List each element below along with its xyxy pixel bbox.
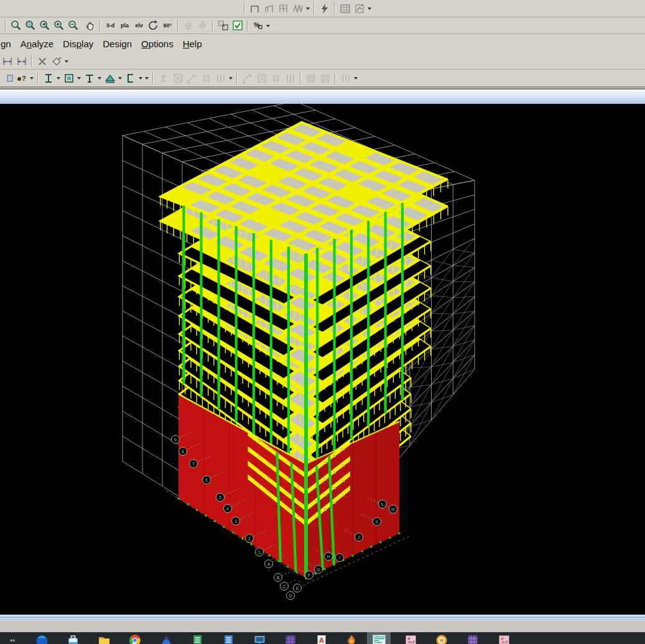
assign-area-icon[interactable] (254, 71, 269, 85)
svg-text:A: A (319, 637, 324, 644)
menu-item-options[interactable]: Options (141, 39, 174, 49)
taskbar-app-file-explorer[interactable] (95, 635, 113, 644)
svg-text:H: H (327, 554, 330, 559)
horizontal-scrollbar[interactable] (0, 614, 645, 620)
svg-text:K: K (376, 520, 379, 524)
status-bar (0, 620, 645, 632)
menu-item-display[interactable]: Display (63, 39, 93, 49)
assign-frame-icon[interactable] (185, 71, 199, 85)
taskbar-app-purple-grid-app2[interactable] (463, 635, 482, 644)
dropdown-arrow-icon[interactable] (366, 2, 373, 15)
dimension-line-icon[interactable] (0, 55, 14, 68)
svg-text:C: C (282, 584, 285, 589)
toolbar-separator (300, 72, 301, 84)
toolbar-separator (100, 20, 101, 32)
dropdown-arrow-icon[interactable] (29, 71, 35, 85)
assign-group-icon[interactable] (338, 71, 353, 85)
taskbar-app-monitor-app[interactable] (250, 635, 269, 644)
toolbar-analysis (0, 0, 645, 17)
frame-section-icon[interactable] (41, 71, 55, 85)
clipped-icon[interactable] (0, 71, 14, 85)
report-icon[interactable] (352, 2, 366, 15)
menu-item-help[interactable]: Help (183, 39, 202, 49)
assign-load-icon[interactable] (213, 71, 228, 85)
taskbar: A (0, 632, 645, 644)
dropdown-arrow-icon[interactable] (305, 2, 311, 15)
taskbar-app-photos-pink-app[interactable] (401, 635, 420, 644)
check-option-icon[interactable] (230, 19, 244, 32)
dropdown-arrow-icon[interactable] (265, 19, 271, 32)
menu-item-assign-fragment[interactable]: gn (1, 39, 11, 49)
dropdown-arrow-icon[interactable] (96, 71, 103, 85)
dropdown-arrow-icon[interactable] (137, 71, 144, 85)
dropdown-arrow-icon[interactable] (55, 71, 62, 85)
wall-section-icon[interactable] (123, 71, 137, 85)
view-elevation-icon[interactable]: elv (132, 19, 146, 32)
dimension-line2-icon[interactable] (14, 55, 29, 68)
pan-icon[interactable] (83, 19, 97, 32)
taskbar-app-word-app[interactable] (219, 635, 238, 644)
taskbar-app-briefcase-app[interactable] (63, 635, 82, 644)
taskbar-app-excel-app[interactable] (188, 635, 206, 644)
portal-frame-icon[interactable] (248, 2, 262, 15)
zoom-out-icon[interactable] (66, 19, 80, 32)
tee-section-icon[interactable] (82, 71, 96, 85)
taskbar-app-flame-app[interactable] (342, 635, 361, 644)
assign-restraint-icon[interactable] (170, 71, 185, 85)
svg-text:7: 7 (192, 462, 195, 466)
assign-release-icon[interactable] (199, 71, 213, 85)
dropdown-arrow-icon[interactable] (144, 71, 150, 85)
truss-icon[interactable] (290, 2, 305, 15)
taskbar-app-edge-browser[interactable] (32, 635, 51, 644)
zoom-previous-icon[interactable] (37, 19, 52, 32)
menu-item-design[interactable]: Design (103, 39, 132, 49)
assign-spring-icon[interactable] (283, 71, 297, 85)
dropdown-arrow-icon[interactable] (117, 71, 123, 85)
move-down-story-icon[interactable] (195, 19, 210, 32)
run-analysis-icon[interactable] (317, 2, 332, 15)
menu-item-analyze[interactable]: Analyze (21, 39, 53, 49)
taskbar-app-autocad-app[interactable]: A (312, 635, 331, 644)
perspective-icon[interactable]: 60° (160, 19, 175, 32)
toolbar-edit (0, 53, 645, 70)
zoom-rubberband-icon[interactable] (9, 19, 23, 32)
table-grid-icon[interactable] (338, 2, 352, 15)
taskbar-app-pink-doc-app[interactable] (494, 635, 513, 644)
taskbar-app-purple-grid-app[interactable] (281, 635, 300, 644)
dropdown-arrow-icon[interactable] (76, 71, 82, 85)
svg-text:4: 4 (226, 507, 229, 511)
two-story-frame-icon[interactable] (276, 2, 290, 15)
taskbar-app-drive-app[interactable] (157, 635, 175, 644)
show-bars-icon[interactable] (318, 71, 332, 85)
zoom-in-icon[interactable] (52, 19, 66, 32)
zoom-fill-icon[interactable] (23, 19, 37, 32)
select-window-icon[interactable] (216, 19, 230, 32)
column-section-icon[interactable] (62, 71, 76, 85)
point-object-icon[interactable]: ? (14, 71, 29, 85)
assign-shell-icon[interactable] (240, 71, 254, 85)
taskbar-app-start-fragment[interactable] (4, 635, 22, 644)
taskbar-app-etabs-active[interactable] (369, 635, 388, 644)
delete-cross-icon[interactable] (35, 55, 49, 68)
show-columns-icon[interactable] (304, 71, 318, 85)
child-window-titlebar[interactable] (0, 88, 645, 105)
rotate-view-icon[interactable] (146, 19, 160, 32)
svg-text:6: 6 (205, 478, 208, 482)
view-plan-icon[interactable]: pla (118, 19, 132, 32)
object-shrink-icon[interactable]: % (251, 19, 265, 32)
dropdown-arrow-icon[interactable] (63, 55, 70, 68)
taskbar-app-orange-circle-app[interactable] (432, 635, 451, 644)
svg-text:I: I (339, 556, 340, 560)
view-3d-icon[interactable]: 3-d (103, 19, 118, 32)
viewport-3d[interactable]: 987654321ABCDEFGHIJKLM (0, 104, 645, 614)
dropdown-arrow-icon[interactable] (353, 71, 359, 85)
dropdown-arrow-icon[interactable] (228, 71, 234, 85)
sloped-frame-icon[interactable] (262, 2, 276, 15)
taskbar-app-chrome-browser[interactable] (126, 635, 144, 644)
slab-section-icon[interactable] (103, 71, 117, 85)
move-up-story-icon[interactable] (181, 19, 195, 32)
draw-pointer-icon[interactable] (49, 55, 63, 68)
assign-joint-icon[interactable] (156, 71, 170, 85)
assign-diaphragm-icon[interactable] (269, 71, 283, 85)
svg-text:2: 2 (248, 536, 251, 541)
